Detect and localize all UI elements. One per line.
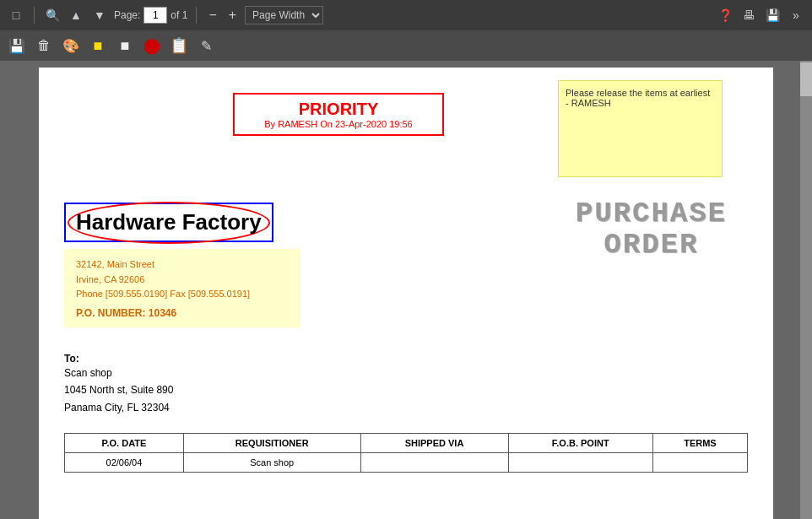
sticky-note-text: Please release the items at earliest - R… xyxy=(566,88,710,108)
prev-page-icon[interactable]: ▲ xyxy=(67,6,85,24)
cell-fob-point xyxy=(508,452,652,472)
sticky-note[interactable]: Please release the items at earliest - R… xyxy=(558,80,723,177)
col-requisitioner: REQUISITIONER xyxy=(183,433,360,452)
cell-po-date: 02/06/04 xyxy=(65,452,184,472)
col-fob-point: F.O.B. POINT xyxy=(508,433,652,452)
more-icon[interactable]: » xyxy=(787,6,805,24)
zoom-select[interactable]: Page Width Fit Page 100% xyxy=(245,6,323,24)
page-label: Page: xyxy=(114,9,140,21)
po-stamp-line2: ORDER xyxy=(576,230,727,261)
phone-line: Phone [509.555.0190] Fax [509.555.0191] xyxy=(76,287,289,302)
next-page-icon[interactable]: ▼ xyxy=(90,6,109,24)
page-input[interactable] xyxy=(143,7,167,24)
company-name-box: Hardware Factory xyxy=(64,203,273,242)
signature-icon[interactable]: ✎ xyxy=(196,35,216,56)
save-icon[interactable]: 💾 xyxy=(763,6,782,24)
to-address2: Panama City, FL 32304 xyxy=(64,399,748,416)
separator2 xyxy=(196,7,197,24)
priority-subtitle: By RAMESH On 23-Apr-2020 19:56 xyxy=(243,119,434,129)
po-stamp-line1: PURCHASE xyxy=(576,198,727,230)
note-icon[interactable]: 📋 xyxy=(169,35,189,56)
document-page: PRIORITY By RAMESH On 23-Apr-2020 19:56 … xyxy=(39,68,773,519)
company-name: Hardware Factory xyxy=(76,209,262,235)
scroll-thumb[interactable] xyxy=(800,62,812,96)
page-total: of 1 xyxy=(171,9,187,21)
to-address1: 1045 North st, Suite 890 xyxy=(64,381,748,398)
zoom-out-button[interactable]: − xyxy=(205,8,219,23)
cell-shipped-via xyxy=(360,452,508,472)
to-label: To: xyxy=(64,353,748,365)
to-name: Scan shop xyxy=(64,365,748,381)
palette-icon[interactable]: 🎨 xyxy=(61,35,81,56)
top-toolbar: □ 🔍 ▲ ▼ Page: of 1 − + Page Width Fit Pa… xyxy=(0,0,812,30)
document-viewer: PRIORITY By RAMESH On 23-Apr-2020 19:56 … xyxy=(0,61,812,519)
search-icon[interactable]: 🔍 xyxy=(43,6,62,24)
table-row: 02/06/04 Scan shop xyxy=(65,452,748,472)
print-icon[interactable]: 🖶 xyxy=(739,6,758,24)
col-shipped-via: SHIPPED VIA xyxy=(360,433,508,452)
save-tool-icon[interactable]: 💾 xyxy=(7,35,27,56)
to-section: To: Scan shop 1045 North st, Suite 890 P… xyxy=(64,353,748,416)
po-table: P.O. DATE REQUISITIONER SHIPPED VIA F.O.… xyxy=(64,433,748,473)
delete-tool-icon[interactable]: 🗑 xyxy=(34,35,54,56)
zoom-in-button[interactable]: + xyxy=(225,8,240,23)
priority-title: PRIORITY xyxy=(243,100,434,119)
highlight-yellow-icon[interactable]: ■ xyxy=(88,35,108,56)
expand-icon[interactable]: □ xyxy=(7,6,25,24)
cell-terms xyxy=(652,452,747,472)
highlight-white-icon[interactable]: ■ xyxy=(115,35,135,56)
city-address: Irvine, CA 92606 xyxy=(76,273,289,288)
purchase-order-stamp: PURCHASE ORDER xyxy=(576,198,727,262)
stamp-red-icon[interactable]: ⬤ xyxy=(142,35,162,56)
table-header-row: P.O. DATE REQUISITIONER SHIPPED VIA F.O.… xyxy=(65,433,748,452)
priority-box: PRIORITY By RAMESH On 23-Apr-2020 19:56 xyxy=(233,93,444,136)
toolbar-right: ❓ 🖶 💾 » xyxy=(716,6,805,24)
separator xyxy=(34,7,35,24)
col-terms: TERMS xyxy=(652,433,747,452)
cell-requisitioner: Scan shop xyxy=(183,452,360,472)
po-number: P.O. NUMBER: 10346 xyxy=(76,307,289,319)
street-address: 32142, Main Street xyxy=(76,257,289,273)
address-box: 32142, Main Street Irvine, CA 92606 Phon… xyxy=(64,249,300,327)
scrollbar[interactable] xyxy=(800,61,812,519)
fullscreen-icon[interactable]: ❓ xyxy=(716,6,734,24)
col-po-date: P.O. DATE xyxy=(65,433,184,452)
page-navigation: Page: of 1 xyxy=(114,7,187,24)
annotation-toolbar: 💾 🗑 🎨 ■ ■ ⬤ 📋 ✎ xyxy=(0,30,812,61)
